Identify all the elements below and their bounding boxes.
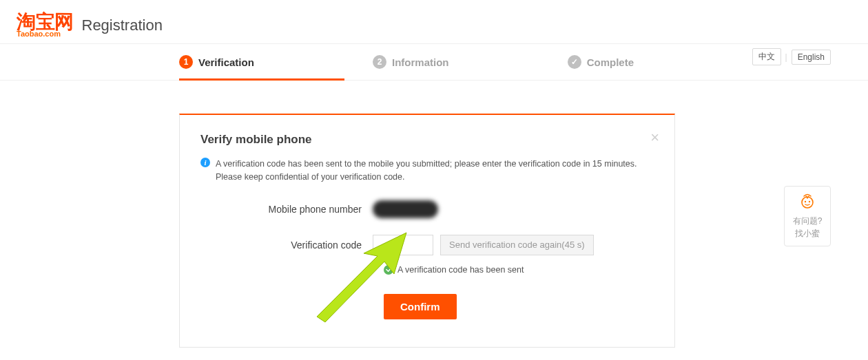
check-icon: ✓ (568, 55, 581, 69)
row-phone: Mobile phone number (200, 200, 654, 218)
sent-confirmation: A verification code has been sent (384, 265, 654, 275)
step-2-label: Information (392, 56, 449, 68)
label-code: Verification code (200, 240, 373, 251)
page-title: Registration (82, 17, 163, 34)
step-1-number: 1 (179, 55, 193, 69)
lang-zh-button[interactable]: 中文 (752, 48, 781, 65)
svg-point-1 (805, 201, 806, 202)
help-widget[interactable]: 有问题? 找小蜜 (784, 186, 831, 246)
step-complete: ✓ Complete (568, 55, 634, 69)
row-code: Verification code Send verification code… (200, 235, 654, 255)
confirm-button[interactable]: Confirm (384, 294, 457, 319)
lang-en-button[interactable]: English (792, 50, 831, 65)
resend-code-button[interactable]: Send verification code again(45 s) (440, 235, 594, 255)
verification-code-input[interactable] (373, 235, 433, 255)
success-check-icon (384, 265, 393, 275)
close-icon[interactable]: × (650, 130, 659, 145)
language-switcher: 中文 | English (752, 48, 831, 65)
step-2-number: 2 (373, 55, 386, 69)
sent-text: A verification code has been sent (397, 265, 524, 275)
step-bar: 1 Verification 2 Information ✓ Complete … (0, 43, 868, 81)
logo-main-text: 淘宝网 (17, 12, 74, 32)
verify-panel: Verify mobile phone × i A verification c… (179, 114, 675, 348)
step-1-label: Verification (198, 56, 254, 68)
help-mascot-icon (785, 192, 830, 214)
label-phone: Mobile phone number (200, 204, 373, 215)
lang-separator: | (785, 52, 787, 62)
phone-number-redacted (373, 200, 438, 218)
taobao-logo[interactable]: 淘宝网 Taobao.com (17, 12, 74, 38)
logo-sub-text: Taobao.com (17, 30, 74, 38)
help-text-line2: 找小蜜 (785, 228, 830, 239)
step-3-label: Complete (587, 56, 634, 68)
notice-text: A verification code has been sent to the… (216, 158, 654, 184)
step-information: 2 Information (373, 55, 449, 69)
page-header: 淘宝网 Taobao.com Registration (0, 0, 868, 43)
step-verification: 1 Verification (179, 55, 254, 69)
svg-point-2 (809, 201, 810, 202)
info-icon: i (200, 158, 210, 167)
active-step-underline (179, 78, 344, 81)
panel-title: Verify mobile phone (200, 133, 654, 147)
notice-box: i A verification code has been sent to t… (200, 158, 654, 184)
help-text-line1: 有问题? (785, 215, 830, 226)
